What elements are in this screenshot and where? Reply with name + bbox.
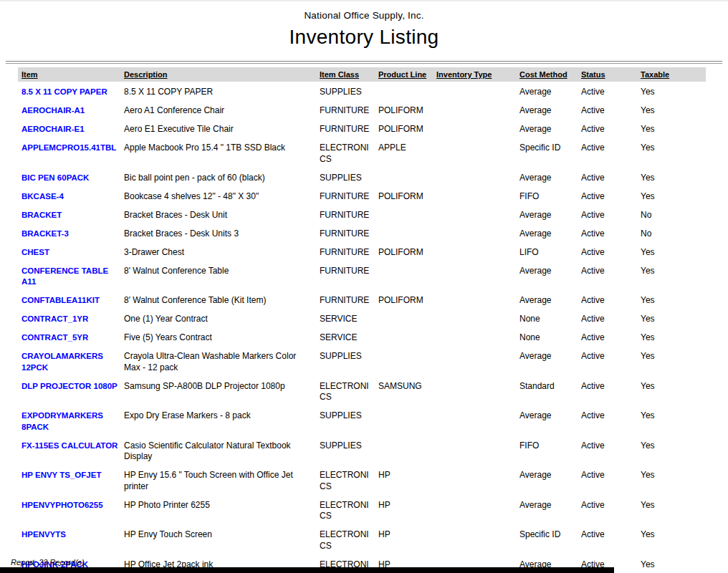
cell-inventory-type bbox=[436, 105, 519, 124]
cell-taxable: No bbox=[641, 210, 706, 228]
cell-item-link[interactable]: CHEST bbox=[18, 247, 124, 266]
cell-item-link[interactable]: 8.5 X 11 COPY PAPER bbox=[18, 82, 124, 105]
cell-cost-method: Average bbox=[519, 470, 581, 500]
cell-product-line: SAMSUNG bbox=[378, 381, 436, 411]
column-header-description[interactable]: Description bbox=[124, 67, 320, 82]
cell-item-class: FURNITURE bbox=[320, 210, 378, 228]
cell-product-line bbox=[378, 228, 436, 247]
table-row: EXPODRYMARKERS 8PACK Expo Dry Erase Mark… bbox=[18, 410, 706, 440]
cell-item-link[interactable]: CRAYOLAMARKERS 12PCK bbox=[18, 351, 124, 381]
cell-item-link[interactable]: BIC PEN 60PACK bbox=[18, 173, 124, 191]
cell-item-link[interactable]: HP ENVY TS_OFJET bbox=[18, 470, 124, 500]
cell-product-line bbox=[378, 410, 436, 440]
cell-item-link[interactable]: BRACKET-3 bbox=[18, 228, 124, 247]
cell-taxable: Yes bbox=[641, 314, 706, 332]
table-row: CHEST 3-Drawer Chest FURNITURE POLIFORM … bbox=[18, 247, 706, 266]
column-header-inventory-type[interactable]: Inventory Type bbox=[436, 67, 519, 82]
cell-description: HP Photo Printer 6255 bbox=[124, 500, 320, 530]
cell-taxable: Yes bbox=[641, 410, 706, 440]
cell-item-class: FURNITURE bbox=[320, 266, 378, 296]
cell-inventory-type bbox=[436, 314, 519, 332]
cell-item-link[interactable]: CONTRACT_5YR bbox=[18, 332, 124, 351]
cell-cost-method: Specific ID bbox=[519, 529, 581, 559]
cell-item-class: ELECTRONICS bbox=[320, 381, 378, 411]
cell-item-link[interactable]: BRACKET bbox=[18, 210, 124, 228]
cell-description: Aero E1 Executive Tile Chair bbox=[124, 124, 320, 143]
cell-product-line bbox=[378, 314, 436, 332]
cell-item-link[interactable]: CONFERENCE TABLE A11 bbox=[18, 266, 124, 296]
cell-status: Active bbox=[581, 247, 641, 266]
table-row: DLP PROJECTOR 1080P Samsung SP-A800B DLP… bbox=[18, 381, 706, 411]
cell-status: Active bbox=[581, 381, 641, 411]
cell-item-class: SUPPLIES bbox=[320, 351, 378, 381]
cell-taxable: Yes bbox=[641, 247, 706, 266]
cell-item-link[interactable]: BKCASE-4 bbox=[18, 191, 124, 210]
cell-description: Bic ball point pen - pack of 60 (black) bbox=[124, 173, 320, 191]
cell-cost-method: LIFO bbox=[519, 247, 581, 266]
company-name: National Office Supply, Inc. bbox=[0, 10, 728, 21]
cell-item-link[interactable]: APPLEMCPRO15.41TBL bbox=[18, 143, 124, 173]
column-header-cost-method[interactable]: Cost Method bbox=[519, 67, 581, 82]
cell-status: Active bbox=[581, 314, 641, 332]
cell-description: HP Envy Touch Screen bbox=[124, 529, 320, 559]
column-header-taxable[interactable]: Taxable bbox=[641, 67, 706, 82]
cell-inventory-type bbox=[436, 82, 519, 105]
cell-taxable: Yes bbox=[641, 82, 706, 105]
table-row: HP ENVY TS_OFJET HP Envy 15.6 " Touch Sc… bbox=[18, 470, 706, 500]
column-header-item[interactable]: Item bbox=[18, 67, 124, 82]
cell-item-class: FURNITURE bbox=[320, 105, 378, 124]
cell-item-link[interactable]: HPENVYPHOTO6255 bbox=[18, 500, 124, 530]
cell-cost-method: Average bbox=[519, 266, 581, 296]
cell-cost-method: Average bbox=[519, 82, 581, 105]
cell-inventory-type bbox=[436, 228, 519, 247]
table-row: APPLEMCPRO15.41TBL Apple Macbook Pro 15.… bbox=[18, 143, 706, 173]
cell-cost-method: Average bbox=[519, 105, 581, 124]
cell-inventory-type bbox=[436, 143, 519, 173]
cell-description: 8.5 X 11 COPY PAPER bbox=[124, 82, 320, 105]
cell-item-link[interactable]: DLP PROJECTOR 1080P bbox=[18, 381, 124, 411]
cell-inventory-type bbox=[436, 440, 519, 471]
cell-product-line: POLIFORM bbox=[378, 191, 436, 210]
cell-cost-method: Average bbox=[519, 500, 581, 530]
column-header-item-class[interactable]: Item Class bbox=[320, 67, 378, 82]
cell-status: Active bbox=[581, 529, 641, 559]
cell-status: Active bbox=[581, 228, 641, 247]
cell-taxable: Yes bbox=[641, 470, 706, 500]
cell-inventory-type bbox=[436, 247, 519, 266]
cell-product-line: POLIFORM bbox=[378, 295, 436, 314]
cell-inventory-type bbox=[436, 191, 519, 210]
cell-inventory-type bbox=[436, 173, 519, 191]
cell-description: Apple Macbook Pro 15.4 " 1TB SSD Black bbox=[124, 143, 320, 173]
cell-description: Crayola Ultra-Clean Washable Markers Col… bbox=[124, 351, 320, 381]
cell-inventory-type bbox=[436, 500, 519, 530]
cell-item-link[interactable]: EXPODRYMARKERS 8PACK bbox=[18, 410, 124, 440]
table-row: CONTRACT_1YR One (1) Year Contract SERVI… bbox=[18, 314, 706, 332]
table-row: AEROCHAIR-E1 Aero E1 Executive Tile Chai… bbox=[18, 124, 706, 143]
cell-product-line bbox=[378, 332, 436, 351]
column-header-status[interactable]: Status bbox=[581, 67, 641, 82]
cell-cost-method: None bbox=[519, 332, 581, 351]
cell-cost-method: FIFO bbox=[519, 440, 581, 471]
cell-taxable: Yes bbox=[641, 381, 706, 411]
cell-item-class: FURNITURE bbox=[320, 295, 378, 314]
cell-item-link[interactable]: AEROCHAIR-A1 bbox=[18, 105, 124, 124]
cell-item-link[interactable]: FX-115ES CALCULATOR bbox=[18, 440, 124, 471]
cell-status: Active bbox=[581, 143, 641, 173]
cell-status: Active bbox=[581, 266, 641, 296]
table-row: FX-115ES CALCULATOR Casio Scientific Cal… bbox=[18, 440, 706, 471]
cell-item-link[interactable]: AEROCHAIR-E1 bbox=[18, 124, 124, 143]
cell-inventory-type bbox=[436, 124, 519, 143]
cell-product-line bbox=[378, 440, 436, 471]
cell-item-link[interactable]: CONFTABLEA11KIT bbox=[18, 295, 124, 314]
table-row: CONFERENCE TABLE A11 8' Walnut Conferenc… bbox=[18, 266, 706, 296]
column-header-product-line[interactable]: Product Line bbox=[378, 67, 436, 82]
cell-cost-method: Average bbox=[519, 173, 581, 191]
cell-product-line: HP bbox=[378, 529, 436, 559]
table-row: 8.5 X 11 COPY PAPER 8.5 X 11 COPY PAPER … bbox=[18, 82, 706, 105]
cell-status: Active bbox=[581, 124, 641, 143]
cell-item-link[interactable]: HPENVYTS bbox=[18, 529, 124, 559]
cell-status: Active bbox=[581, 295, 641, 314]
table-row: CONTRACT_5YR Five (5) Years Contract SER… bbox=[18, 332, 706, 351]
cell-item-link[interactable]: CONTRACT_1YR bbox=[18, 314, 124, 332]
cell-inventory-type bbox=[436, 295, 519, 314]
